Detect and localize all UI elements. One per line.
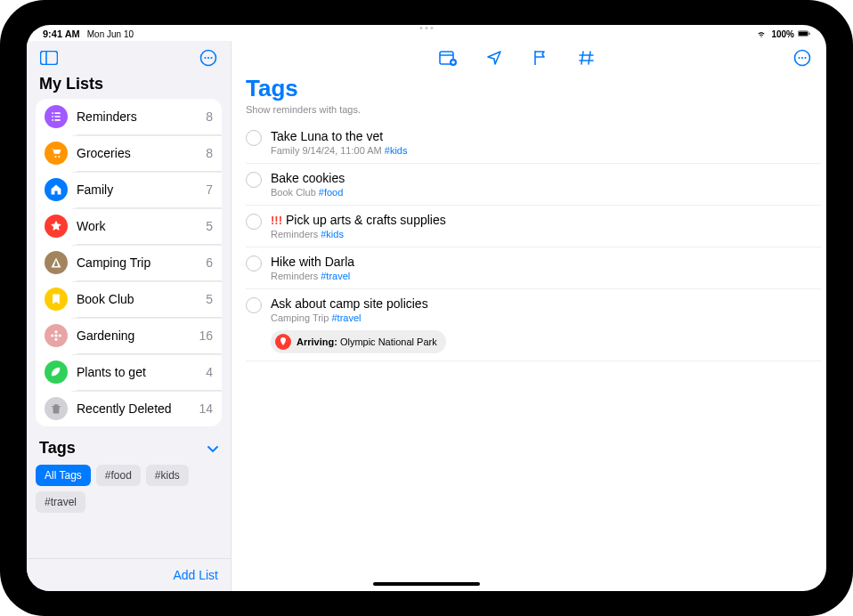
location-pill[interactable]: Arriving: Olympic National Park <box>271 330 446 353</box>
sidebar-item-reminders[interactable]: Reminders8 <box>36 99 222 134</box>
svg-point-11 <box>54 338 57 341</box>
lists-container: Reminders8Groceries8Family7Work5Camping … <box>36 99 222 426</box>
more-main-button[interactable] <box>791 46 814 69</box>
multitask-grabber[interactable] <box>420 27 434 29</box>
sidebar-item-book-club[interactable]: Book Club5 <box>36 281 222 317</box>
template-button[interactable] <box>436 46 459 69</box>
reminder-meta: Family 9/14/24, 11:00 AM #kids <box>271 145 821 156</box>
reminder-meta: Book Club #food <box>271 187 821 198</box>
calendar-add-icon <box>439 50 457 66</box>
sidebar-item-recently-deleted[interactable]: Recently Deleted14 <box>36 391 222 426</box>
tent-icon <box>45 251 68 274</box>
tags-collapse-toggle[interactable] <box>207 441 218 457</box>
svg-point-13 <box>59 334 61 336</box>
complete-toggle[interactable] <box>246 130 262 146</box>
flag-icon <box>533 50 548 66</box>
main-panel: Tags Show reminders with tags. Take Luna… <box>232 41 826 591</box>
reminder-row[interactable]: Bake cookiesBook Club #food <box>246 164 821 206</box>
complete-toggle[interactable] <box>246 297 262 313</box>
list-count: 8 <box>206 146 213 160</box>
tag-chip-travel[interactable]: #travel <box>36 491 85 513</box>
battery-icon <box>798 29 810 38</box>
page-subtitle: Show reminders with tags. <box>232 102 826 122</box>
sidebar: My Lists Reminders8Groceries8Family7Work… <box>27 41 232 591</box>
add-list-button[interactable]: Add List <box>173 568 218 582</box>
location-dot-icon <box>275 334 291 350</box>
list-name: Groceries <box>77 146 197 160</box>
sidebar-item-camping-trip[interactable]: Camping Trip6 <box>36 245 222 280</box>
svg-point-22 <box>804 57 806 59</box>
list-icon <box>45 105 68 128</box>
trash-icon <box>45 397 68 420</box>
svg-point-21 <box>801 57 803 59</box>
list-name: Work <box>77 219 197 233</box>
complete-toggle[interactable] <box>246 172 262 188</box>
ellipsis-circle-icon <box>199 49 217 67</box>
sidebar-item-work[interactable]: Work5 <box>36 208 222 244</box>
reminders-list: Take Luna to the vetFamily 9/14/24, 11:0… <box>232 122 826 361</box>
status-time: 9:41 AM <box>43 28 80 39</box>
svg-point-8 <box>210 57 212 59</box>
reminder-row[interactable]: Take Luna to the vetFamily 9/14/24, 11:0… <box>246 122 821 164</box>
page-title: Tags <box>232 71 826 102</box>
reminder-row[interactable]: Hike with DarlaReminders #travel <box>246 247 821 289</box>
reminder-row[interactable]: !!!Pick up arts & crafts suppliesReminde… <box>246 206 821 247</box>
svg-rect-3 <box>41 52 58 65</box>
bookmark-icon <box>45 288 68 311</box>
list-count: 5 <box>206 219 213 233</box>
house-icon <box>45 178 68 201</box>
list-count: 5 <box>206 292 213 306</box>
battery-percent: 100% <box>771 29 794 39</box>
tag-chip-all-tags[interactable]: All Tags <box>36 465 91 486</box>
svg-point-20 <box>798 57 800 59</box>
svg-point-7 <box>207 57 209 59</box>
more-button[interactable] <box>197 46 220 69</box>
location-button[interactable] <box>483 46 506 69</box>
chevron-down-icon <box>207 446 218 453</box>
tag-button[interactable] <box>575 46 598 69</box>
status-date: Mon Jun 10 <box>87 29 134 39</box>
list-name: Recently Deleted <box>77 401 190 416</box>
reminder-title: Hike with Darla <box>271 255 821 269</box>
tag-chip-food[interactable]: #food <box>96 465 141 486</box>
sidebar-item-family[interactable]: Family7 <box>36 172 222 207</box>
wifi-icon <box>755 29 768 38</box>
reminder-meta: Camping Trip #travel <box>271 312 821 323</box>
svg-rect-1 <box>799 32 808 36</box>
complete-toggle[interactable] <box>246 255 262 272</box>
hash-icon <box>579 50 595 66</box>
complete-toggle[interactable] <box>246 214 262 230</box>
sidebar-item-plants-to-get[interactable]: Plants to get4 <box>36 354 222 390</box>
ipad-frame: 9:41 AM Mon Jun 10 100% <box>0 0 853 616</box>
list-count: 8 <box>206 109 213 124</box>
flag-button[interactable] <box>529 46 552 69</box>
cart-icon <box>45 142 68 165</box>
list-count: 6 <box>206 255 213 270</box>
toggle-sidebar-button[interactable] <box>37 46 61 69</box>
priority-indicator: !!! <box>271 214 282 227</box>
tags-header: Tags <box>39 439 76 458</box>
list-name: Camping Trip <box>77 255 197 270</box>
toolbar-center <box>244 46 791 69</box>
reminder-title: Ask about camp site policies <box>271 296 821 311</box>
sidebar-icon <box>40 51 58 65</box>
location-arrow-icon <box>486 50 502 66</box>
list-count: 14 <box>199 401 213 416</box>
svg-point-9 <box>54 334 57 336</box>
reminder-row[interactable]: Ask about camp site policiesCamping Trip… <box>246 289 821 361</box>
tag-chip-kids[interactable]: #kids <box>146 465 189 486</box>
home-indicator[interactable] <box>373 582 480 586</box>
reminder-title: Take Luna to the vet <box>271 129 821 143</box>
flower-icon <box>45 324 68 347</box>
list-name: Reminders <box>77 109 197 124</box>
ellipsis-circle-icon <box>793 49 811 67</box>
screen: 9:41 AM Mon Jun 10 100% <box>27 25 826 591</box>
leaf-icon <box>45 361 68 384</box>
tag-chips: All Tags#food#kids#travel <box>27 461 231 518</box>
svg-point-6 <box>204 57 206 59</box>
sidebar-item-groceries[interactable]: Groceries8 <box>36 135 222 171</box>
reminder-meta: Reminders #kids <box>271 229 821 239</box>
svg-point-10 <box>54 330 57 333</box>
sidebar-item-gardening[interactable]: Gardening16 <box>36 318 222 353</box>
star-icon <box>45 215 68 238</box>
